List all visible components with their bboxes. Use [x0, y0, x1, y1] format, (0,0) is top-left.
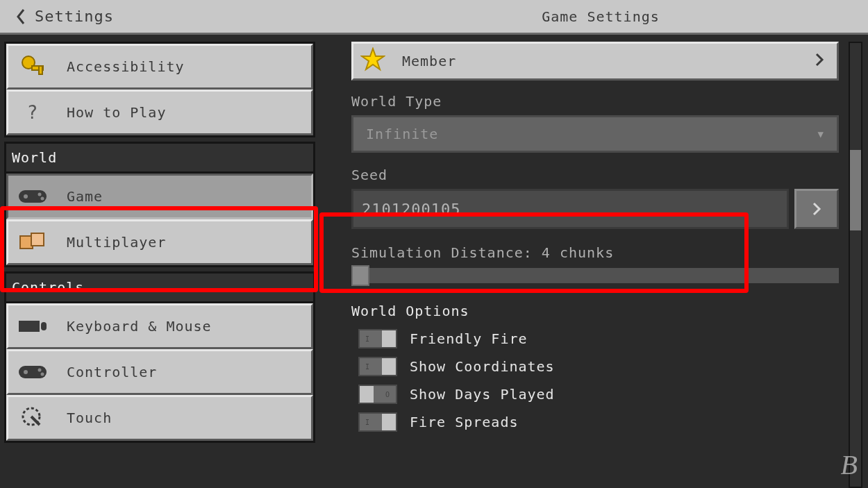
seed-label: Seed — [351, 167, 839, 183]
gamepad-icon — [17, 180, 49, 212]
sidebar-item-how-to-play[interactable]: ? How to Play — [6, 90, 313, 135]
sidebar-item-multiplayer[interactable]: Multiplayer — [6, 219, 313, 265]
sidebar-item-label: Controller — [67, 364, 157, 380]
simulation-distance-slider[interactable] — [351, 268, 839, 283]
friends-icon — [17, 226, 49, 258]
sidebar-item-game[interactable]: Game — [6, 174, 313, 219]
sidebar-item-label: Keyboard & Mouse — [67, 318, 212, 335]
toggle-label: Show Days Played — [410, 386, 555, 403]
svg-rect-9 — [19, 321, 40, 332]
seed-picker-button[interactable] — [794, 189, 839, 229]
toggle-fire-spreads[interactable]: I — [358, 412, 397, 432]
page-title: Game Settings — [167, 8, 868, 25]
star-icon — [360, 47, 385, 76]
world-type-value: Infinite — [366, 126, 438, 142]
svg-point-4 — [24, 194, 28, 199]
sidebar-item-label: Multiplayer — [67, 234, 166, 251]
svg-point-12 — [24, 370, 28, 374]
member-label: Member — [402, 53, 456, 69]
toggle-label: Fire Spreads — [410, 414, 519, 430]
sidebar: Accessibility ? How to Play World Game M… — [4, 42, 315, 488]
svg-marker-16 — [362, 49, 384, 69]
gamepad-icon — [17, 356, 49, 388]
settings-title[interactable]: Settings — [35, 8, 114, 25]
header: Settings Game Settings — [0, 0, 868, 35]
sidebar-item-keyboard-mouse[interactable]: Keyboard & Mouse — [6, 303, 313, 349]
svg-point-5 — [38, 193, 42, 196]
keyboard-icon — [17, 310, 49, 342]
main-panel: Member World Type Infinite ▼ Seed Simula… — [325, 42, 844, 488]
scrollbar[interactable] — [849, 42, 862, 488]
toggle-label: Friendly Fire — [410, 330, 528, 347]
toggle-show-coordinates[interactable]: I — [358, 357, 397, 376]
svg-point-6 — [41, 197, 44, 201]
toggle-label: Show Coordinates — [410, 358, 555, 375]
question-icon: ? — [17, 96, 49, 128]
sidebar-item-label: Game — [67, 188, 103, 205]
svg-rect-11 — [19, 366, 47, 378]
chevron-down-icon: ▼ — [818, 128, 824, 140]
scrollbar-thumb[interactable] — [850, 150, 861, 230]
svg-rect-8 — [31, 233, 44, 246]
slider-thumb[interactable] — [351, 265, 369, 286]
sidebar-item-label: How to Play — [67, 104, 166, 121]
svg-rect-10 — [41, 322, 47, 330]
toggle-show-days-played[interactable]: O — [358, 385, 397, 404]
sidebar-item-label: Accessibility — [67, 58, 185, 75]
toggle-friendly-fire[interactable]: I — [358, 329, 397, 348]
touch-icon — [17, 402, 49, 434]
chevron-right-icon — [815, 53, 824, 70]
svg-rect-3 — [19, 190, 47, 203]
world-type-label: World Type — [351, 93, 839, 110]
simulation-distance-label: Simulation Distance: 4 chunks — [351, 244, 839, 261]
sidebar-item-controller[interactable]: Controller — [6, 349, 313, 395]
sidebar-heading-controls: Controls — [4, 271, 315, 301]
sidebar-item-touch[interactable]: Touch — [6, 395, 313, 441]
svg-rect-2 — [39, 66, 42, 74]
sidebar-heading-world: World — [4, 142, 315, 171]
world-type-dropdown[interactable]: Infinite ▼ — [351, 115, 839, 153]
world-options-label: World Options — [351, 303, 839, 319]
sidebar-item-accessibility[interactable]: Accessibility — [6, 44, 313, 90]
seed-input[interactable] — [351, 189, 789, 229]
key-icon — [17, 51, 49, 83]
back-button[interactable] — [10, 6, 32, 28]
member-button[interactable]: Member — [351, 42, 839, 81]
svg-point-14 — [41, 373, 44, 376]
sidebar-item-label: Touch — [67, 410, 112, 426]
svg-point-13 — [38, 369, 42, 372]
